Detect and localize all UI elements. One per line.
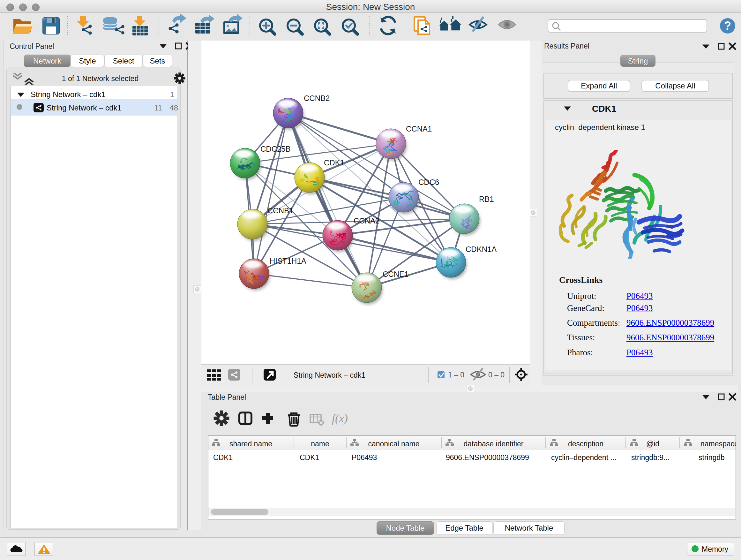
svg-text:name: name: [311, 440, 329, 448]
svg-text:?: ?: [724, 19, 731, 32]
svg-text:CCNB2: CCNB2: [304, 94, 330, 103]
svg-text:stringdb: stringdb: [698, 453, 725, 462]
svg-text:CCNA1: CCNA1: [406, 125, 432, 133]
svg-text:CCNB1: CCNB1: [267, 206, 293, 215]
svg-text:namespace: namespace: [700, 440, 736, 448]
svg-text:stringdb:9...: stringdb:9...: [631, 453, 670, 462]
svg-text:shared name: shared name: [229, 440, 272, 448]
svg-text:CDK1: CDK1: [300, 453, 319, 462]
svg-text:database identifier: database identifier: [464, 440, 524, 448]
svg-text:CDC6: CDC6: [418, 178, 439, 186]
svg-text:P06493: P06493: [352, 453, 377, 462]
svg-text:1 – 0: 1 – 0: [448, 371, 464, 379]
svg-text:CDK1: CDK1: [213, 453, 232, 462]
svg-text:0 – 0: 0 – 0: [488, 371, 504, 379]
svg-text:CDKN1A: CDKN1A: [466, 245, 496, 253]
svg-text:@id: @id: [646, 440, 659, 448]
svg-text:description: description: [568, 440, 603, 448]
svg-text:CDK1: CDK1: [324, 159, 344, 167]
svg-text:canonical name: canonical name: [368, 440, 419, 448]
svg-text:f(x): f(x): [332, 412, 348, 425]
svg-text:String Network – cdk1: String Network – cdk1: [293, 371, 365, 379]
svg-text:HIST1H1A: HIST1H1A: [270, 257, 307, 265]
svg-text:cyclin–dependent ...: cyclin–dependent ...: [551, 453, 616, 462]
svg-text:CCNE1: CCNE1: [383, 270, 408, 278]
svg-text:CCNA2: CCNA2: [354, 216, 380, 225]
svg-text:9606.ENSP00000378699: 9606.ENSP00000378699: [446, 453, 529, 462]
svg-text:RB1: RB1: [479, 195, 494, 203]
svg-text:CDC25B: CDC25B: [260, 145, 291, 153]
